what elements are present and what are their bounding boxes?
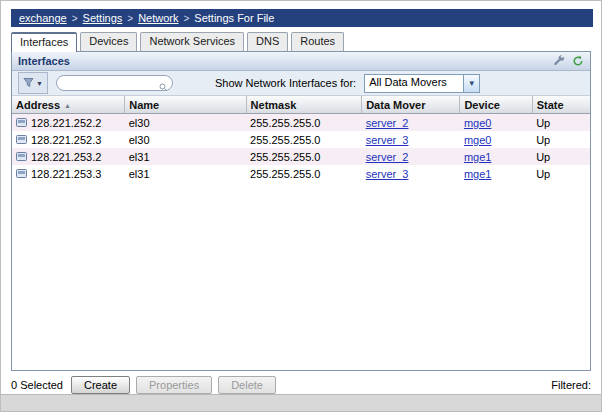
column-header-name[interactable]: Name — [125, 96, 246, 114]
data-mover-link[interactable]: server_3 — [366, 134, 409, 146]
data-mover-link[interactable]: server_3 — [366, 168, 409, 180]
delete-button[interactable]: Delete — [218, 376, 276, 394]
breadcrumb-separator: > — [184, 13, 190, 24]
state-cell: Up — [532, 148, 590, 165]
table-empty-area — [12, 182, 590, 370]
netmask-cell: 255.255.255.0 — [246, 165, 362, 182]
search-icon — [159, 78, 168, 96]
filter-input-wrap — [56, 75, 173, 91]
device-link[interactable]: mge0 — [464, 134, 492, 146]
table-row[interactable]: 128.221.253.3 el31 255.255.255.0 server_… — [12, 165, 590, 182]
create-button[interactable]: Create — [71, 376, 130, 394]
column-header-device[interactable]: Device — [460, 96, 532, 114]
tab-devices[interactable]: Devices — [80, 32, 137, 51]
name-cell: el30 — [125, 131, 246, 148]
breadcrumb: exchange > Settings > Network > Settings… — [11, 9, 593, 27]
interface-icon — [16, 168, 27, 180]
name-cell: el31 — [125, 165, 246, 182]
column-header-address[interactable]: Address▲ — [12, 96, 125, 114]
sort-ascending-icon: ▲ — [64, 102, 71, 109]
filter-input[interactable] — [56, 75, 173, 91]
tab-bar: Interfaces Devices Network Services DNS … — [11, 32, 601, 51]
show-interfaces-label: Show Network Interfaces for: — [215, 77, 356, 89]
column-header-label: Address — [16, 99, 60, 111]
data-mover-link[interactable]: server_2 — [366, 117, 409, 129]
tab-routes[interactable]: Routes — [291, 32, 344, 51]
status-strip — [1, 394, 601, 411]
panel-title: Interfaces — [18, 55, 70, 67]
breadcrumb-separator: > — [72, 13, 78, 24]
selected-count: 0 Selected — [11, 379, 63, 391]
tab-network-services[interactable]: Network Services — [140, 32, 244, 51]
breadcrumb-link-exchange[interactable]: exchange — [19, 12, 67, 24]
application-window: exchange > Settings > Network > Settings… — [0, 0, 602, 412]
table-row[interactable]: 128.221.252.3 el30 255.255.255.0 server_… — [12, 131, 590, 148]
table-row[interactable]: 128.221.253.2 el31 255.255.255.0 server_… — [12, 148, 590, 165]
data-mover-link[interactable]: server_2 — [366, 151, 409, 163]
panel-header-actions — [553, 55, 584, 67]
name-cell: el30 — [125, 114, 246, 132]
breadcrumb-link-settings[interactable]: Settings — [83, 12, 123, 24]
address-cell: 128.221.253.2 — [31, 151, 101, 163]
tab-interfaces[interactable]: Interfaces — [11, 32, 77, 52]
breadcrumb-current-page: Settings For File — [194, 12, 274, 24]
interface-icon — [16, 117, 27, 129]
funnel-icon — [23, 74, 34, 92]
netmask-cell: 255.255.255.0 — [246, 114, 362, 132]
state-cell: Up — [532, 165, 590, 182]
device-link[interactable]: mge1 — [464, 168, 492, 180]
table-header-row: Address▲ Name Netmask Data Mover Device … — [12, 96, 590, 114]
filtered-label: Filtered: — [551, 379, 591, 391]
tools-icon[interactable] — [553, 55, 565, 67]
address-cell: 128.221.253.3 — [31, 168, 101, 180]
interface-icon — [16, 134, 27, 146]
tab-dns[interactable]: DNS — [247, 32, 288, 51]
breadcrumb-link-network[interactable]: Network — [138, 12, 178, 24]
filter-button[interactable]: ▼ — [18, 72, 48, 94]
table-toolbar: ▼ Show Network Interfaces for: All Data … — [12, 71, 590, 96]
table-row[interactable]: 128.221.252.2 el30 255.255.255.0 server_… — [12, 114, 590, 132]
address-cell: 128.221.252.2 — [31, 117, 101, 129]
panel-header: Interfaces — [12, 52, 590, 71]
netmask-cell: 255.255.255.0 — [246, 148, 362, 165]
state-cell: Up — [532, 114, 590, 132]
interfaces-table: Address▲ Name Netmask Data Mover Device … — [12, 96, 590, 182]
device-link[interactable]: mge0 — [464, 117, 492, 129]
state-cell: Up — [532, 131, 590, 148]
address-cell: 128.221.252.3 — [31, 134, 101, 146]
breadcrumb-separator: > — [127, 13, 133, 24]
name-cell: el31 — [125, 148, 246, 165]
column-header-netmask[interactable]: Netmask — [246, 96, 362, 114]
interface-icon — [16, 151, 27, 163]
action-footer: 0 Selected Create Properties Delete Filt… — [11, 374, 591, 396]
select-dropdown-arrow-icon: ▼ — [463, 75, 479, 92]
data-mover-select-value: All Data Movers — [365, 75, 463, 92]
column-header-data-mover[interactable]: Data Mover — [362, 96, 460, 114]
column-header-state[interactable]: State — [532, 96, 590, 114]
netmask-cell: 255.255.255.0 — [246, 131, 362, 148]
filter-dropdown-arrow-icon: ▼ — [36, 80, 43, 87]
properties-button[interactable]: Properties — [136, 376, 212, 394]
refresh-icon[interactable] — [572, 55, 584, 67]
data-mover-select[interactable]: All Data Movers ▼ — [364, 74, 480, 93]
device-link[interactable]: mge1 — [464, 151, 492, 163]
interfaces-panel: Interfaces ▼ — [11, 51, 591, 371]
